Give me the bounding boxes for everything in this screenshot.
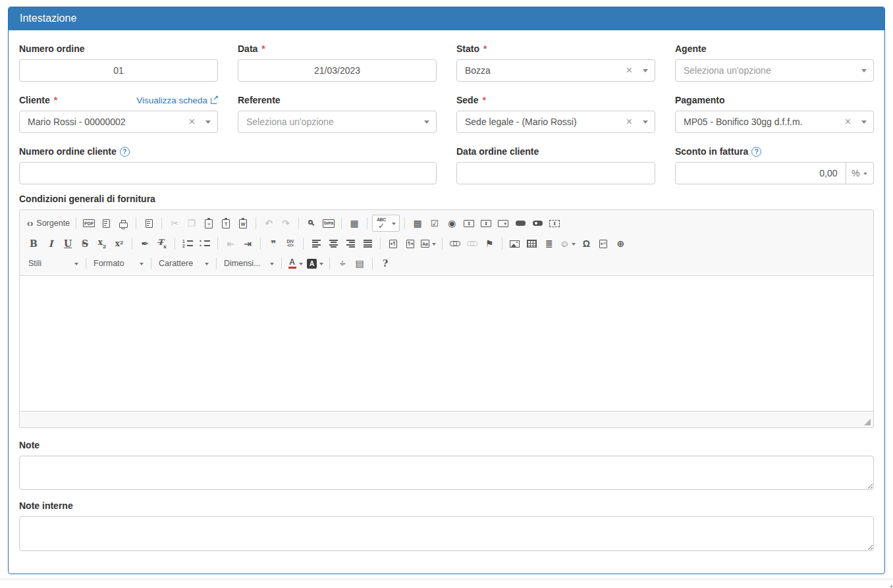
font-size-button[interactable]: Dimensi... (221, 255, 277, 271)
styles-button[interactable]: Stili (26, 255, 81, 271)
note-textarea[interactable] (19, 456, 874, 490)
sconto-unit-select[interactable]: % (846, 162, 874, 184)
format-button[interactable]: Formato (91, 255, 146, 271)
link-button[interactable] (447, 236, 463, 252)
blockquote-button[interactable]: ❞ (265, 236, 281, 252)
clear-icon[interactable]: × (626, 65, 632, 76)
align-right-button[interactable] (342, 236, 358, 252)
bold-button[interactable]: B (26, 236, 41, 252)
form-button[interactable]: ▩ (410, 215, 425, 231)
text-direction-rtl-button[interactable]: ¶◂ (402, 236, 418, 252)
increase-indent-button[interactable]: ⇥ (240, 236, 256, 252)
image-button-button[interactable] (529, 215, 545, 231)
data-input[interactable] (238, 59, 437, 82)
clear-icon[interactable]: × (189, 117, 195, 127)
export-pdf-button[interactable]: PDF (81, 215, 97, 231)
numbered-list-button[interactable] (180, 236, 196, 252)
text-field-button[interactable]: I (461, 215, 477, 231)
unlink-button[interactable] (464, 236, 480, 252)
find-button[interactable] (304, 215, 319, 231)
button-field-button[interactable] (512, 215, 528, 231)
underline-button[interactable]: U (60, 236, 76, 252)
undo-button[interactable]: ↶ (261, 215, 277, 231)
sede-label: Sede* (456, 95, 486, 105)
paste-icon: ≡ (205, 219, 213, 228)
show-blocks-button[interactable]: ▤ (352, 255, 367, 271)
anchor-button[interactable]: ⚑ (481, 236, 497, 252)
maximize-icon (338, 259, 347, 268)
field-pagamento: Pagamento MP05 - Bonifico 30gg d.f.f.m. … (675, 94, 874, 133)
toolbar-separator (86, 257, 86, 269)
source-button[interactable]: ‹›Sorgente (26, 215, 71, 231)
clear-icon[interactable]: × (845, 117, 851, 127)
about-button[interactable]: ? (377, 255, 393, 271)
language-button[interactable]: Aa (419, 236, 437, 252)
iframe-button[interactable]: ⊕ (612, 236, 628, 252)
align-left-icon (312, 240, 321, 248)
italic-button[interactable]: I (43, 236, 59, 252)
replace-button[interactable]: b⇄a (321, 215, 337, 231)
editor-content-area[interactable] (20, 276, 873, 411)
align-center-button[interactable] (325, 236, 341, 252)
textarea-button[interactable]: I (478, 215, 494, 231)
paste-button[interactable]: ≡ (201, 215, 217, 231)
image-button[interactable] (507, 236, 523, 252)
clear-icon[interactable]: × (626, 117, 632, 127)
pagamento-select[interactable]: MP05 - Bonifico 30gg d.f.f.m. × (675, 111, 874, 133)
resize-handle-icon[interactable] (864, 419, 871, 425)
referente-select[interactable]: Seleziona un'opzione (238, 111, 437, 133)
page-break-icon: ▸≡ (599, 240, 607, 248)
subscript-button[interactable]: x2 (94, 236, 110, 252)
agente-select[interactable]: Seleziona un'opzione (675, 59, 874, 82)
superscript-button[interactable]: x2 (111, 236, 127, 252)
align-left-button[interactable] (308, 236, 324, 252)
maximize-button[interactable] (335, 255, 350, 271)
stato-select[interactable]: Bozza × (456, 59, 655, 82)
select-all-button[interactable]: ▦ (346, 215, 362, 231)
horizontal-rule-button[interactable]: ≣ (541, 236, 557, 252)
templates-button[interactable] (141, 215, 157, 231)
cut-button[interactable]: ✂ (167, 215, 182, 231)
text-direction-ltr-button[interactable]: ▸¶ (385, 236, 401, 252)
help-icon[interactable]: ? (120, 147, 130, 157)
align-justify-button[interactable] (360, 236, 375, 252)
hidden-field-button[interactable]: I (547, 215, 562, 231)
visualizza-scheda-link[interactable]: Visualizza scheda (136, 95, 218, 105)
paste-from-word-button[interactable]: W (235, 215, 251, 231)
data-ordine-cliente-input[interactable] (456, 162, 655, 184)
table-button[interactable] (524, 236, 540, 252)
copy-formatting-button[interactable]: ✒ (137, 236, 153, 252)
copy-button[interactable]: ❐ (184, 215, 200, 231)
div-container-button[interactable]: DIV</> (283, 236, 298, 252)
help-icon[interactable]: ? (751, 147, 761, 157)
spell-check-button[interactable]: ABC✓ (372, 215, 400, 232)
cliente-select[interactable]: Mario Rossi - 00000002 × (19, 111, 218, 133)
sede-select[interactable]: Sede legale - (Mario Rossi) × (456, 111, 655, 133)
remove-format-button[interactable]: Tx (154, 236, 170, 252)
font-button[interactable]: Carattere (156, 255, 211, 271)
numero-ordine-cliente-input[interactable] (19, 162, 437, 184)
special-character-button[interactable]: Ω (578, 236, 594, 252)
link-icon (450, 241, 460, 246)
page-break-button[interactable]: ▸≡ (595, 236, 611, 252)
chevron-down-icon (74, 263, 78, 267)
bulleted-list-button[interactable] (197, 236, 213, 252)
print-button[interactable] (115, 215, 131, 231)
note-interne-textarea[interactable] (19, 516, 874, 551)
smiley-button[interactable]: ☺ (558, 236, 577, 252)
redo-button[interactable]: ↷ (278, 215, 294, 231)
decrease-indent-button[interactable]: ⇤ (223, 236, 238, 252)
sconto-in-fattura-input[interactable] (675, 162, 846, 184)
checkbox-button[interactable]: ☑ (427, 215, 443, 231)
background-color-button[interactable]: A (306, 255, 325, 271)
numero-ordine-input[interactable] (19, 59, 218, 82)
preview-button[interactable] (98, 215, 114, 231)
paste-text-button[interactable]: T (218, 215, 234, 231)
text-color-icon: A (288, 258, 296, 269)
radio-button-button[interactable]: ◉ (444, 215, 460, 231)
select-field-button[interactable]: ▾ (495, 215, 511, 231)
strikethrough-icon: S (82, 239, 88, 248)
strikethrough-button[interactable]: S (77, 236, 93, 252)
text-color-button[interactable]: A (286, 255, 304, 271)
align-right-icon (346, 240, 355, 248)
